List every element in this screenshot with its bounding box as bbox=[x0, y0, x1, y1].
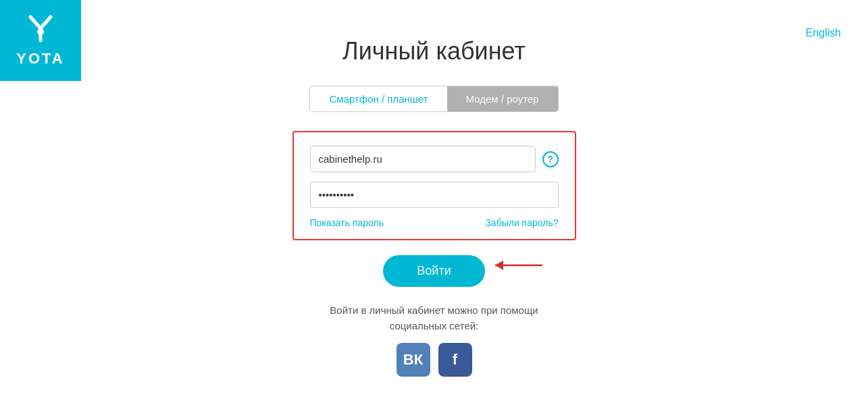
yota-icon bbox=[24, 14, 57, 49]
help-icon[interactable]: ? bbox=[542, 151, 559, 167]
show-password-link[interactable]: Показать пароль bbox=[310, 217, 384, 228]
fb-label: f bbox=[453, 351, 457, 369]
tab-group: Смартфон / планшет Модем / роутер bbox=[309, 86, 558, 112]
password-row bbox=[310, 182, 559, 208]
svg-line-0 bbox=[30, 17, 41, 28]
svg-marker-5 bbox=[495, 261, 503, 270]
svg-line-1 bbox=[41, 17, 51, 28]
svg-point-3 bbox=[37, 28, 44, 35]
vk-label: ВК bbox=[403, 351, 423, 369]
login-button-wrapper: Войти bbox=[383, 255, 484, 287]
arrow-annotation bbox=[488, 252, 549, 282]
facebook-button[interactable]: f bbox=[438, 343, 472, 377]
language-link[interactable]: English bbox=[806, 27, 841, 39]
form-links: Показать пароль Забыли пароль? bbox=[310, 217, 559, 228]
tab-smartphone[interactable]: Смартфон / планшет bbox=[310, 86, 446, 111]
social-buttons: ВК f bbox=[397, 343, 472, 377]
social-login-text: Войти в личный кабинет можно при помощи … bbox=[330, 303, 538, 333]
login-form: ? Показать пароль Забыли пароль? bbox=[292, 131, 576, 240]
login-button[interactable]: Войти bbox=[383, 255, 484, 287]
vk-button[interactable]: ВК bbox=[397, 343, 430, 377]
password-input[interactable] bbox=[310, 182, 559, 208]
logo-text: YOTA bbox=[16, 50, 64, 68]
username-row: ? bbox=[310, 146, 559, 172]
logo: YOTA bbox=[0, 0, 81, 81]
page-title: Личный кабинет bbox=[342, 37, 526, 65]
username-input[interactable] bbox=[310, 146, 536, 172]
tab-modem[interactable]: Модем / роутер bbox=[447, 86, 558, 111]
forgot-password-link[interactable]: Забыли пароль? bbox=[485, 217, 558, 228]
